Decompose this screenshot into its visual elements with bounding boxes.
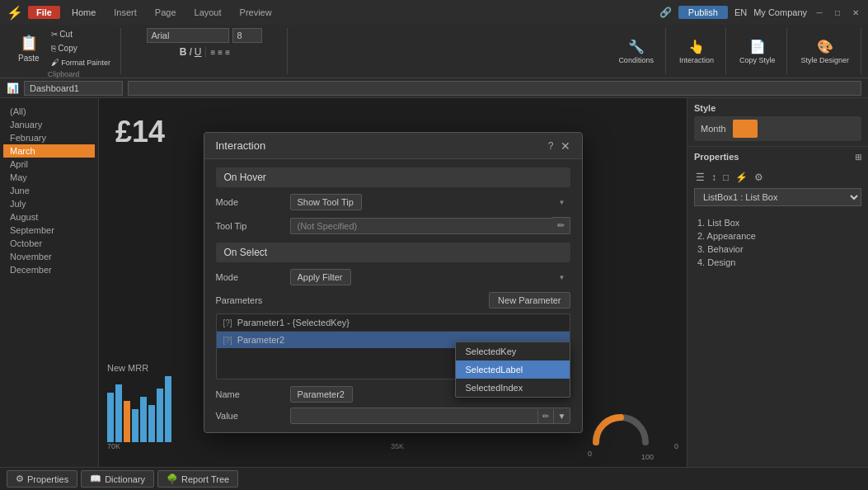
align-center-button[interactable]: ≡ [218, 48, 223, 57]
ribbon-tab-insert[interactable]: Insert [107, 6, 143, 19]
modal-help-icon[interactable]: ? [548, 140, 554, 152]
month-february[interactable]: February [3, 131, 95, 144]
prop-item-design[interactable]: 4. Design [694, 256, 861, 269]
props-gear-icon[interactable]: ⚙ [753, 170, 765, 185]
properties-bottom-btn[interactable]: ⚙ Properties [7, 470, 77, 488]
paste-button[interactable]: 📋 Paste [13, 32, 45, 64]
param-icon-1: [?] [223, 318, 232, 327]
maximize-button[interactable]: □ [832, 7, 843, 18]
month-march[interactable]: March [3, 144, 95, 158]
file-tab-button[interactable]: File [28, 6, 60, 19]
on-select-header: On Select [216, 243, 570, 262]
align-right-button[interactable]: ≡ [225, 48, 230, 57]
clipboard-group: 📋 Paste ✂ Cut ⎘ Copy 🖌 Format Painter Cl… [7, 28, 121, 74]
style-name: Month [701, 124, 726, 134]
param-icon-2: [?] [223, 336, 232, 345]
align-left-button[interactable]: ≡ [210, 48, 215, 57]
name-select[interactable]: Parameter2 [290, 386, 353, 403]
dropdown-item-selectedkey[interactable]: SelectedKey [456, 342, 570, 360]
copy-style-button[interactable]: 📄 Copy Style [734, 37, 781, 66]
month-may[interactable]: May [3, 171, 95, 184]
value-input[interactable] [290, 408, 570, 424]
prop-item-behavior[interactable]: 3. Behavior [694, 243, 861, 256]
value-dropdown-button[interactable]: ▼ [553, 409, 570, 423]
interaction-label: Interaction [679, 56, 714, 64]
props-sort-icon[interactable]: ↕ [710, 170, 718, 185]
mode-select-wrap: Show Tool Tip [290, 194, 570, 210]
dropdown-item-selectedlabel[interactable]: SelectedLabel [456, 360, 570, 379]
month-july[interactable]: July [3, 197, 95, 210]
underline-button[interactable]: U [195, 46, 202, 58]
close-button[interactable]: ✕ [850, 7, 861, 18]
cut-button[interactable]: ✂ Cut [48, 28, 114, 40]
month-november[interactable]: November [3, 250, 95, 263]
param-item-1[interactable]: [?] Parameter1 - {SelectedKey} [217, 314, 570, 332]
prop-item-listbox[interactable]: 1. List Box [694, 216, 861, 229]
title-bar-right: 🔗 Publish EN My Company ─ □ ✕ [659, 6, 861, 19]
conditions-icon: 🔧 [628, 39, 645, 54]
italic-button[interactable]: I [189, 46, 191, 58]
interaction-content: 👆 Interaction [674, 28, 719, 74]
mode-select[interactable]: Show Tool Tip [290, 194, 362, 210]
value-edit-button[interactable]: ✏ [537, 409, 553, 423]
month-september[interactable]: September [3, 224, 95, 237]
formula-bar-icon: 📊 [7, 82, 19, 94]
select-mode-select[interactable]: Apply Filter [290, 269, 351, 285]
conditions-label: Conditions [618, 56, 654, 64]
param-name-2: Parameter2 [237, 335, 284, 345]
properties-options-icon[interactable]: ⊞ [855, 153, 861, 162]
format-painter-button[interactable]: 🖌 Format Painter [48, 56, 114, 68]
minimize-button[interactable]: ─ [814, 7, 825, 18]
listbox-selector[interactable]: ListBox1 : List Box [694, 188, 861, 206]
ribbon-tab-home[interactable]: Home [65, 6, 102, 19]
conditions-content: 🔧 Conditions [613, 28, 659, 74]
share-icon[interactable]: 🔗 [659, 7, 672, 18]
modal-overlay: Interaction ? ✕ On Hover Mode Show Too [99, 98, 687, 467]
tooltip-input[interactable] [290, 218, 552, 234]
tooltip-edit-button[interactable]: ✏ [552, 217, 570, 234]
lang-selector[interactable]: EN [734, 7, 747, 17]
paste-icon: 📋 [20, 34, 38, 52]
month-june[interactable]: June [3, 184, 95, 197]
month-october[interactable]: October [3, 237, 95, 250]
style-designer-button[interactable]: 🎨 Style Designer [795, 37, 854, 66]
ribbon-tab-preview[interactable]: Preview [233, 6, 279, 19]
prop-item-appearance[interactable]: 2. Appearance [694, 229, 861, 243]
properties-bottom-icon: ⚙ [16, 474, 24, 484]
formula-name-input[interactable] [24, 81, 123, 96]
month-december[interactable]: December [3, 263, 95, 276]
formula-input[interactable] [128, 81, 861, 96]
props-list-icon[interactable]: ☰ [694, 170, 706, 185]
font-size-input[interactable] [232, 28, 262, 43]
props-filter-icon[interactable]: □ [721, 170, 730, 185]
ribbon-tab-layout[interactable]: Layout [188, 6, 228, 19]
dictionary-bottom-label: Dictionary [105, 474, 145, 484]
report-tree-bottom-label: Report Tree [181, 474, 229, 484]
dictionary-bottom-btn[interactable]: 📖 Dictionary [81, 470, 154, 488]
interaction-icon: 👆 [688, 39, 705, 54]
tooltip-label: Tool Tip [216, 221, 290, 231]
interaction-button[interactable]: 👆 Interaction [674, 37, 719, 66]
month-all[interactable]: (All) [3, 105, 95, 118]
conditions-button[interactable]: 🔧 Conditions [613, 37, 659, 66]
dropdown-item-selectedindex[interactable]: SelectedIndex [456, 379, 570, 397]
month-august[interactable]: August [3, 210, 95, 224]
title-bar: ⚡ File Home Insert Page Layout Preview 🔗… [0, 0, 868, 25]
value-buttons: ✏ ▼ [537, 409, 570, 423]
font-name-input[interactable] [147, 28, 229, 43]
copy-button[interactable]: ⎘ Copy [48, 42, 114, 54]
new-parameter-button[interactable]: New Parameter [489, 292, 570, 309]
report-tree-bottom-btn[interactable]: 🌳 Report Tree [157, 470, 238, 488]
ribbon-body: 📋 Paste ✂ Cut ⎘ Copy 🖌 Format Painter Cl… [0, 25, 868, 78]
ribbon-tab-page[interactable]: Page [148, 6, 183, 19]
font-group: B I U ≡ ≡ ≡ Clipboard [123, 28, 288, 74]
company-name[interactable]: My Company [753, 7, 807, 17]
publish-button[interactable]: Publish [678, 6, 728, 19]
month-january[interactable]: January [3, 118, 95, 131]
ribbon-spacer [289, 28, 605, 74]
bold-button[interactable]: B [180, 46, 187, 58]
props-lightning-icon[interactable]: ⚡ [734, 170, 749, 185]
month-april[interactable]: April [3, 158, 95, 171]
modal-close-button[interactable]: ✕ [561, 140, 570, 152]
style-section-title: Style [694, 103, 861, 113]
